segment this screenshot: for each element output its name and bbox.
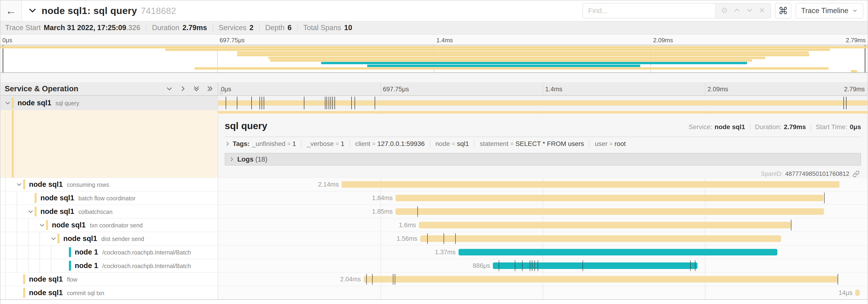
- minimap-right-scrubber[interactable]: [865, 45, 866, 72]
- logs-accordion[interactable]: Logs (18): [225, 153, 861, 166]
- span-row[interactable]: node sql1dist sender send1.56ms: [0, 232, 868, 245]
- metadata-value: March 31 2022, 17:25:09: [44, 24, 126, 32]
- span-row[interactable]: node sql1commit sql txn14μs: [0, 286, 868, 299]
- trace-timeline-view-dropdown[interactable]: Trace Timeline: [796, 3, 863, 19]
- deep-link-icon[interactable]: [852, 170, 860, 177]
- tree-cell-sql-query[interactable]: node sql1 sql query: [0, 96, 218, 110]
- timeline-cell[interactable]: 1.84ms: [218, 192, 868, 205]
- timeline-cell[interactable]: 2.14ms: [218, 178, 868, 191]
- span-row[interactable]: node sql1txn coordinator send1.6ms: [0, 218, 868, 232]
- tree-cell[interactable]: node sql1batch flow coordinator: [0, 192, 218, 205]
- span-bar[interactable]: [420, 235, 781, 242]
- span-bar[interactable]: [218, 100, 868, 105]
- chevron-down-icon[interactable]: [51, 236, 57, 242]
- log-tick: [261, 97, 262, 109]
- timeline-cell[interactable]: 14μs: [218, 286, 868, 299]
- timeline-cell[interactable]: 886μs: [218, 259, 868, 272]
- span-operation: flow: [67, 276, 77, 283]
- minimap-canvas[interactable]: [0, 45, 868, 73]
- tree-cell[interactable]: node sql1txn coordinator send: [0, 218, 218, 232]
- command-icon: ⌘: [778, 5, 788, 16]
- minimap-tick-labels: 0μs697.75μs1.4ms2.09ms2.79ms: [0, 35, 868, 45]
- span-bar[interactable]: [419, 222, 791, 228]
- tree-guide-line: [28, 246, 29, 259]
- timeline-cell[interactable]: 1.6ms: [218, 218, 868, 232]
- timeline-cell[interactable]: 1.37ms: [218, 246, 868, 259]
- back-button[interactable]: ←: [0, 0, 22, 21]
- tree-cell[interactable]: node 1/cockroach.roachpb.Internal/Batch: [0, 246, 218, 259]
- span-row[interactable]: node sql1batch flow coordinator1.84ms: [0, 191, 868, 205]
- tag-value: 127.0.0.1:59936: [377, 140, 425, 147]
- chevron-down-icon[interactable]: [28, 208, 34, 214]
- collapse-all-double-chevron-down-icon[interactable]: [193, 85, 200, 92]
- tag-equals: =: [336, 141, 339, 147]
- metadata-value: 2: [249, 24, 253, 32]
- expand-all-double-chevron-right-icon[interactable]: [207, 85, 214, 92]
- span-name[interactable]: node sql1batch flow coordinator: [40, 194, 135, 202]
- collapse-trace-chevron-down-icon[interactable]: [28, 6, 37, 15]
- minimap-left-scrubber[interactable]: [2, 45, 3, 72]
- span-name[interactable]: node sql1consuming rows: [29, 180, 109, 189]
- span-row[interactable]: node 1/cockroach.roachpb.Internal/Batch1…: [0, 245, 868, 259]
- span-name[interactable]: node sql1flow: [29, 275, 77, 283]
- span-name[interactable]: node sql1txn coordinator send: [52, 221, 143, 229]
- expand-one-chevron-right-icon[interactable]: [179, 85, 186, 92]
- span-duration-label: 2.14ms: [318, 181, 339, 188]
- tree-cell[interactable]: node sql1dist sender send: [0, 232, 218, 245]
- find-next-chevron-down-icon[interactable]: [746, 7, 753, 15]
- find-input[interactable]: [583, 3, 715, 18]
- span-color-stripe: [23, 179, 25, 189]
- span-row-sql-query[interactable]: node sql1 sql query: [0, 96, 868, 110]
- tree-guide-line: [28, 218, 29, 232]
- chevron-right-icon: [225, 141, 230, 147]
- span-name[interactable]: node 1/cockroach.roachpb.Internal/Batch: [75, 262, 191, 270]
- timeline-cell[interactable]: 1.56ms: [218, 232, 868, 245]
- span-bar[interactable]: [493, 263, 698, 269]
- find-clear-close-icon[interactable]: [759, 7, 765, 14]
- chevron-down-icon[interactable]: [16, 181, 22, 188]
- chevron-down-icon[interactable]: [39, 222, 45, 228]
- minimap-span-bar: [0, 46, 868, 48]
- timeline-ruler: 0μs697.75μs1.4ms2.09ms2.79ms: [218, 82, 868, 95]
- chevron-right-icon: [229, 157, 235, 162]
- tree-cell[interactable]: node sql1colbatchscan: [0, 205, 218, 218]
- tree-cell[interactable]: node 1/cockroach.roachpb.Internal/Batch: [0, 259, 218, 272]
- timeline-cell[interactable]: 1.85ms: [218, 205, 868, 218]
- collapse-one-chevron-down-icon[interactable]: [166, 85, 173, 92]
- tree-cell[interactable]: node sql1commit sql txn: [0, 286, 218, 299]
- span-bar[interactable]: [396, 208, 824, 215]
- log-tick: [443, 233, 444, 244]
- tags-accordion[interactable]: Tags: _unfinished=1_verbose=1client=127.…: [225, 137, 861, 150]
- timeline-cell-sql-query[interactable]: [218, 96, 868, 110]
- log-tick: [695, 260, 695, 271]
- log-tick: [259, 97, 260, 109]
- span-name[interactable]: node 1/cockroach.roachpb.Internal/Batch: [75, 248, 191, 257]
- span-name[interactable]: node sql1 sql query: [18, 99, 79, 107]
- timeline-cell[interactable]: 2.04ms: [218, 273, 868, 286]
- span-bar[interactable]: [396, 195, 824, 201]
- tree-cell[interactable]: node sql1flow: [0, 273, 218, 286]
- span-row[interactable]: node sql1flow2.04ms: [0, 272, 868, 286]
- tag-key: client: [355, 140, 370, 147]
- find-prev-chevron-up-icon[interactable]: [734, 7, 741, 15]
- span-name[interactable]: node sql1colbatchscan: [40, 207, 113, 216]
- tree-cell[interactable]: node sql1consuming rows: [0, 178, 218, 191]
- span-bar[interactable]: [341, 181, 839, 188]
- span-operation: txn coordinator send: [90, 222, 143, 229]
- keyboard-shortcuts-button[interactable]: ⌘: [775, 3, 792, 19]
- span-bar[interactable]: [364, 276, 838, 282]
- span-color-stripe: [12, 97, 14, 108]
- trace-minimap: 0μs697.75μs1.4ms2.09ms2.79ms: [0, 35, 868, 73]
- span-row[interactable]: node sql1colbatchscan1.85ms: [0, 205, 868, 218]
- span-name[interactable]: node sql1commit sql txn: [29, 289, 104, 297]
- log-tick: [846, 97, 846, 109]
- span-row[interactable]: node sql1consuming rows2.14ms: [0, 177, 868, 191]
- span-operation: /cockroach.roachpb.Internal/Batch: [102, 249, 191, 256]
- span-bar[interactable]: [855, 290, 860, 296]
- span-name[interactable]: node sql1dist sender send: [63, 234, 144, 243]
- log-tick: [538, 260, 538, 271]
- span-bar[interactable]: [459, 249, 777, 256]
- span-row[interactable]: node 1/cockroach.roachpb.Internal/Batch8…: [0, 259, 868, 272]
- chevron-down-icon[interactable]: [5, 100, 11, 106]
- match-locate-icon[interactable]: [721, 7, 728, 15]
